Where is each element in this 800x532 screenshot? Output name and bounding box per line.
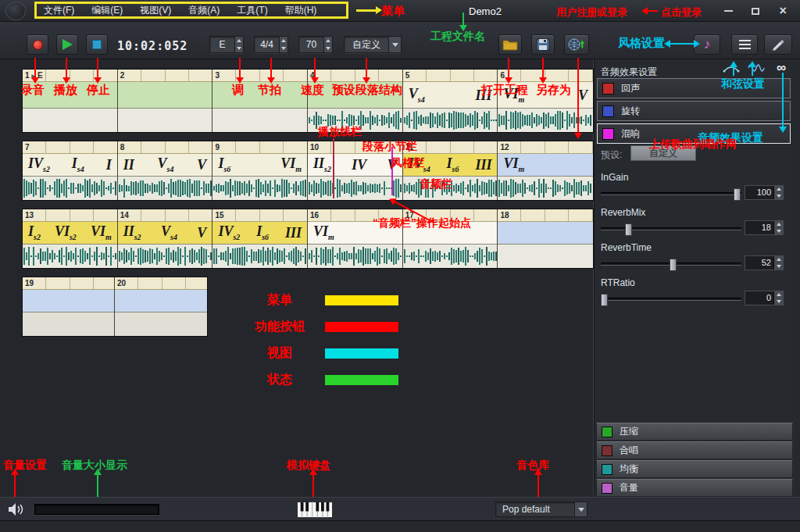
measure-header-19[interactable]: 19 [23,277,114,290]
chord-cell-18[interactable] [498,222,593,245]
audio-cell-8[interactable] [118,177,212,200]
measure-header-5[interactable]: 5 [403,70,498,82]
maximize-button[interactable] [748,5,763,17]
chord-cell-5[interactable]: Vs4III [403,82,498,109]
spin-up-icon[interactable] [324,37,332,45]
rack-item-eq[interactable]: 均衡 [596,460,793,478]
spin-down-icon[interactable] [235,45,243,52]
chord-cell-17[interactable] [403,222,498,245]
spinner-icon[interactable] [773,221,783,234]
save-button[interactable] [531,34,555,55]
record-button[interactable] [27,34,48,55]
spin-up-icon[interactable] [774,291,783,298]
spin-up-icon[interactable] [774,256,783,263]
chord-cell-16[interactable]: VIm [308,222,402,245]
preset-button[interactable]: 自定义 [630,145,696,161]
chord-cell-8[interactable]: IIVs4V [118,154,212,177]
measure-header-1[interactable]: 1E [23,70,117,82]
virtual-keyboard[interactable] [297,502,333,521]
spin-down-icon[interactable] [774,193,783,200]
audio-cell-4[interactable] [308,109,402,132]
structure-preset-select[interactable]: 自定义 [344,36,402,53]
chord-cell-9[interactable]: Is6VIm [212,154,307,177]
audio-cell-12[interactable] [498,177,593,200]
audio-cell-11[interactable] [403,177,498,200]
measure-header-16[interactable]: 16 [308,209,402,222]
audio-cell-10[interactable] [308,177,402,200]
close-button[interactable]: × [775,5,791,17]
effect-item-rotate[interactable]: 旋转 [597,101,791,121]
menu-tools[interactable]: 工具(T) [234,4,270,17]
volume-meter[interactable] [34,504,159,515]
audio-cell-18[interactable] [498,245,593,268]
audio-cell-13[interactable] [23,245,117,268]
audio-cell-20[interactable] [115,312,207,336]
play-button[interactable] [56,34,78,55]
slider-track[interactable] [601,227,741,230]
measure-header-11[interactable]: 11 [403,141,498,154]
wave-icon[interactable] [747,62,766,74]
audio-cell-15[interactable] [212,245,307,268]
menu-help[interactable]: 帮助(H) [282,4,320,17]
measure-header-13[interactable]: 13 [23,209,117,222]
audio-cell-19[interactable] [23,312,114,336]
measure-header-2[interactable]: 2 [118,70,212,82]
spinner-icon[interactable] [773,256,783,270]
chord-cell-15[interactable]: IVs2Is6III [212,222,307,245]
measure-header-10[interactable]: 10 [308,141,402,154]
slider-handle[interactable] [625,223,632,236]
audio-cell-9[interactable] [212,177,307,200]
measure-header-3[interactable]: 3 [212,70,307,82]
spin-up-icon[interactable] [774,221,783,228]
volume-icon[interactable] [8,502,25,520]
menu-file[interactable]: 文件(F) [41,4,77,17]
spin-down-icon[interactable] [774,263,783,270]
chord-cell-19[interactable] [23,290,114,312]
chord-cell-11[interactable]: IVs4Is6III [403,154,498,177]
tempo-select[interactable]: 70 [298,36,333,53]
chevron-down-icon[interactable] [574,502,587,516]
effect-item-echo[interactable]: 回声 [597,78,791,98]
rack-item-compressor[interactable]: 压缩 [596,423,793,441]
spinner-icon[interactable] [234,37,243,52]
measure-header-6[interactable]: 6 [498,70,593,82]
menu-view[interactable]: 视图(V) [137,4,174,17]
chord-cell-13[interactable]: Is2VIs2VIm [23,222,117,245]
slider-track[interactable] [601,298,741,301]
minimize-button[interactable] [720,5,736,17]
spin-up-icon[interactable] [774,186,783,193]
spinner-icon[interactable] [323,37,332,52]
effect-item-reverb[interactable]: 混响 [597,123,791,144]
audio-cell-5[interactable] [403,109,498,132]
spin-down-icon[interactable] [774,228,783,235]
slider-handle[interactable] [734,188,741,201]
open-project-button[interactable] [498,34,522,55]
chord-cell-6[interactable]: VImV [498,82,593,109]
key-select[interactable]: E [209,36,244,53]
chord-cell-20[interactable] [115,290,207,312]
stop-button[interactable] [86,34,108,55]
chevron-down-icon[interactable] [388,37,401,52]
edit-pen-button[interactable] [764,34,792,55]
upload-song-button[interactable] [564,34,589,55]
spin-down-icon[interactable] [280,45,288,52]
tie-icon[interactable] [722,62,741,74]
spinner-icon[interactable] [773,186,783,199]
chord-cell-3[interactable] [212,82,307,109]
audio-cell-2[interactable] [118,109,212,132]
time-signature-select[interactable]: 4/4 [254,36,288,53]
chord-cell-4[interactable] [308,82,402,109]
spin-up-icon[interactable] [235,37,243,45]
measure-header-9[interactable]: 9 [212,141,307,154]
measure-header-14[interactable]: 14 [118,209,212,222]
measure-header-8[interactable]: 8 [118,141,212,154]
track-list-button[interactable] [731,34,758,55]
spinner-icon[interactable] [279,37,288,52]
menu-audio[interactable]: 音频(A) [185,4,223,17]
infinity-icon[interactable]: ∞ [772,62,791,74]
measure-header-4[interactable]: 4 [308,70,402,82]
menu-edit[interactable]: 编辑(E) [88,4,126,17]
chord-cell-7[interactable]: IVs2Is4I [23,154,117,177]
chord-cell-2[interactable] [118,82,212,109]
audio-cell-16[interactable] [308,245,402,268]
